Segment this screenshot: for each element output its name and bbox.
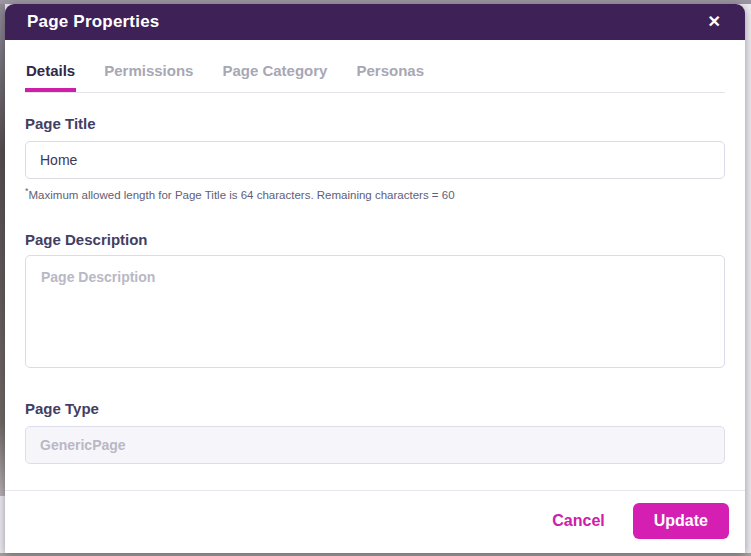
tab-bar: Details Permissions Page Category Person… [25, 60, 725, 93]
page-title-input[interactable] [25, 141, 725, 179]
helper-message: Maximum allowed length for Page Title is… [29, 189, 455, 201]
page-title-helper-text: *Maximum allowed length for Page Title i… [25, 186, 725, 201]
close-button[interactable]: ✕ [704, 10, 725, 34]
cancel-button[interactable]: Cancel [552, 512, 604, 530]
update-button[interactable]: Update [633, 503, 729, 539]
page-type-label: Page Type [25, 400, 725, 417]
modal-header: Page Properties ✕ [5, 4, 745, 40]
page-title-label: Page Title [25, 115, 725, 132]
close-icon: ✕ [708, 13, 721, 30]
modal-footer: Cancel Update [5, 490, 745, 553]
page-description-label: Page Description [25, 231, 725, 248]
page-properties-modal: Page Properties ✕ Details Permissions Pa… [5, 4, 745, 553]
modal-title: Page Properties [27, 12, 159, 32]
tab-details[interactable]: Details [25, 60, 76, 92]
page-description-textarea[interactable] [25, 255, 725, 368]
tab-permissions[interactable]: Permissions [103, 60, 194, 92]
tab-personas[interactable]: Personas [355, 60, 425, 92]
modal-content: Page Title *Maximum allowed length for P… [5, 93, 745, 464]
page-type-input [25, 426, 725, 464]
tab-page-category[interactable]: Page Category [221, 60, 328, 92]
